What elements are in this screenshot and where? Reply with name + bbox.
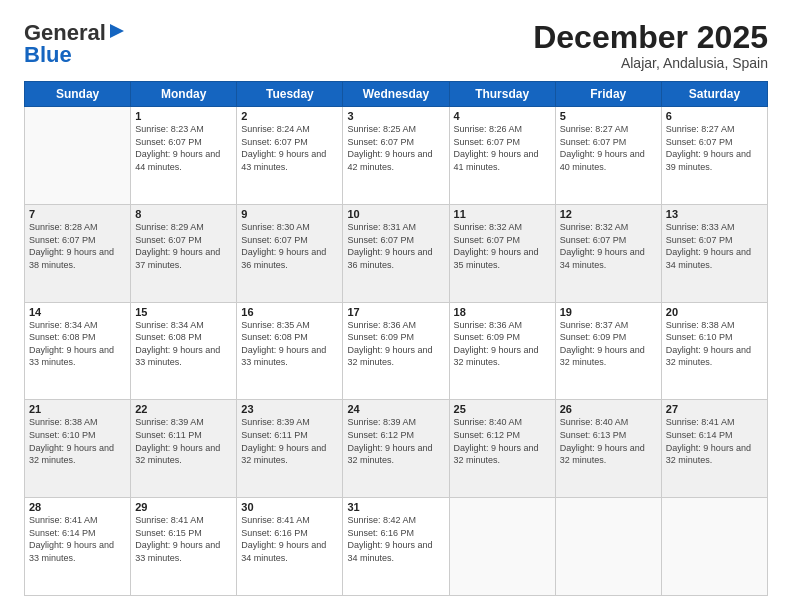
day-number: 6 <box>666 110 763 122</box>
weekday-header-friday: Friday <box>555 82 661 107</box>
calendar-cell-4-5: 25Sunrise: 8:40 AMSunset: 6:12 PMDayligh… <box>449 400 555 498</box>
calendar-cell-2-2: 8Sunrise: 8:29 AMSunset: 6:07 PMDaylight… <box>131 204 237 302</box>
day-info: Sunrise: 8:41 AMSunset: 6:15 PMDaylight:… <box>135 514 232 564</box>
logo-icon <box>108 22 126 40</box>
day-number: 4 <box>454 110 551 122</box>
day-info: Sunrise: 8:38 AMSunset: 6:10 PMDaylight:… <box>666 319 763 369</box>
day-number: 2 <box>241 110 338 122</box>
calendar-cell-3-2: 15Sunrise: 8:34 AMSunset: 6:08 PMDayligh… <box>131 302 237 400</box>
weekday-header-sunday: Sunday <box>25 82 131 107</box>
calendar-cell-2-5: 11Sunrise: 8:32 AMSunset: 6:07 PMDayligh… <box>449 204 555 302</box>
day-number: 24 <box>347 403 444 415</box>
day-info: Sunrise: 8:23 AMSunset: 6:07 PMDaylight:… <box>135 123 232 173</box>
logo-blue: Blue <box>24 42 72 68</box>
calendar-cell-1-5: 4Sunrise: 8:26 AMSunset: 6:07 PMDaylight… <box>449 107 555 205</box>
calendar-cell-2-1: 7Sunrise: 8:28 AMSunset: 6:07 PMDaylight… <box>25 204 131 302</box>
day-number: 31 <box>347 501 444 513</box>
week-row-4: 21Sunrise: 8:38 AMSunset: 6:10 PMDayligh… <box>25 400 768 498</box>
day-number: 20 <box>666 306 763 318</box>
day-info: Sunrise: 8:33 AMSunset: 6:07 PMDaylight:… <box>666 221 763 271</box>
day-info: Sunrise: 8:41 AMSunset: 6:16 PMDaylight:… <box>241 514 338 564</box>
day-number: 10 <box>347 208 444 220</box>
week-row-3: 14Sunrise: 8:34 AMSunset: 6:08 PMDayligh… <box>25 302 768 400</box>
day-info: Sunrise: 8:38 AMSunset: 6:10 PMDaylight:… <box>29 416 126 466</box>
calendar-cell-3-6: 19Sunrise: 8:37 AMSunset: 6:09 PMDayligh… <box>555 302 661 400</box>
day-info: Sunrise: 8:32 AMSunset: 6:07 PMDaylight:… <box>454 221 551 271</box>
day-number: 12 <box>560 208 657 220</box>
day-info: Sunrise: 8:39 AMSunset: 6:11 PMDaylight:… <box>135 416 232 466</box>
calendar-cell-1-4: 3Sunrise: 8:25 AMSunset: 6:07 PMDaylight… <box>343 107 449 205</box>
weekday-header-wednesday: Wednesday <box>343 82 449 107</box>
day-info: Sunrise: 8:36 AMSunset: 6:09 PMDaylight:… <box>347 319 444 369</box>
day-info: Sunrise: 8:26 AMSunset: 6:07 PMDaylight:… <box>454 123 551 173</box>
day-number: 26 <box>560 403 657 415</box>
day-number: 22 <box>135 403 232 415</box>
calendar-cell-5-3: 30Sunrise: 8:41 AMSunset: 6:16 PMDayligh… <box>237 498 343 596</box>
day-number: 27 <box>666 403 763 415</box>
day-info: Sunrise: 8:39 AMSunset: 6:11 PMDaylight:… <box>241 416 338 466</box>
day-number: 28 <box>29 501 126 513</box>
calendar-cell-1-6: 5Sunrise: 8:27 AMSunset: 6:07 PMDaylight… <box>555 107 661 205</box>
day-info: Sunrise: 8:40 AMSunset: 6:13 PMDaylight:… <box>560 416 657 466</box>
day-number: 16 <box>241 306 338 318</box>
weekday-header-monday: Monday <box>131 82 237 107</box>
day-info: Sunrise: 8:29 AMSunset: 6:07 PMDaylight:… <box>135 221 232 271</box>
day-info: Sunrise: 8:32 AMSunset: 6:07 PMDaylight:… <box>560 221 657 271</box>
day-number: 15 <box>135 306 232 318</box>
day-number: 7 <box>29 208 126 220</box>
calendar-cell-5-1: 28Sunrise: 8:41 AMSunset: 6:14 PMDayligh… <box>25 498 131 596</box>
day-info: Sunrise: 8:42 AMSunset: 6:16 PMDaylight:… <box>347 514 444 564</box>
week-row-2: 7Sunrise: 8:28 AMSunset: 6:07 PMDaylight… <box>25 204 768 302</box>
calendar-cell-3-4: 17Sunrise: 8:36 AMSunset: 6:09 PMDayligh… <box>343 302 449 400</box>
day-number: 30 <box>241 501 338 513</box>
logo: General Blue <box>24 20 126 68</box>
calendar-cell-5-6 <box>555 498 661 596</box>
weekday-header-thursday: Thursday <box>449 82 555 107</box>
week-row-5: 28Sunrise: 8:41 AMSunset: 6:14 PMDayligh… <box>25 498 768 596</box>
calendar-cell-5-2: 29Sunrise: 8:41 AMSunset: 6:15 PMDayligh… <box>131 498 237 596</box>
day-number: 23 <box>241 403 338 415</box>
calendar-table: SundayMondayTuesdayWednesdayThursdayFrid… <box>24 81 768 596</box>
weekday-header-tuesday: Tuesday <box>237 82 343 107</box>
day-number: 18 <box>454 306 551 318</box>
svg-marker-0 <box>110 24 124 38</box>
day-number: 17 <box>347 306 444 318</box>
day-number: 29 <box>135 501 232 513</box>
day-info: Sunrise: 8:25 AMSunset: 6:07 PMDaylight:… <box>347 123 444 173</box>
day-number: 14 <box>29 306 126 318</box>
calendar-cell-4-7: 27Sunrise: 8:41 AMSunset: 6:14 PMDayligh… <box>661 400 767 498</box>
header: General Blue December 2025 Alajar, Andal… <box>24 20 768 71</box>
day-info: Sunrise: 8:34 AMSunset: 6:08 PMDaylight:… <box>135 319 232 369</box>
day-number: 19 <box>560 306 657 318</box>
weekday-header-saturday: Saturday <box>661 82 767 107</box>
day-number: 8 <box>135 208 232 220</box>
day-info: Sunrise: 8:30 AMSunset: 6:07 PMDaylight:… <box>241 221 338 271</box>
day-info: Sunrise: 8:41 AMSunset: 6:14 PMDaylight:… <box>29 514 126 564</box>
calendar-cell-1-3: 2Sunrise: 8:24 AMSunset: 6:07 PMDaylight… <box>237 107 343 205</box>
day-info: Sunrise: 8:40 AMSunset: 6:12 PMDaylight:… <box>454 416 551 466</box>
calendar-cell-1-2: 1Sunrise: 8:23 AMSunset: 6:07 PMDaylight… <box>131 107 237 205</box>
day-info: Sunrise: 8:27 AMSunset: 6:07 PMDaylight:… <box>666 123 763 173</box>
day-info: Sunrise: 8:27 AMSunset: 6:07 PMDaylight:… <box>560 123 657 173</box>
calendar-cell-3-3: 16Sunrise: 8:35 AMSunset: 6:08 PMDayligh… <box>237 302 343 400</box>
calendar-cell-2-4: 10Sunrise: 8:31 AMSunset: 6:07 PMDayligh… <box>343 204 449 302</box>
day-number: 1 <box>135 110 232 122</box>
calendar-cell-4-4: 24Sunrise: 8:39 AMSunset: 6:12 PMDayligh… <box>343 400 449 498</box>
calendar-cell-5-7 <box>661 498 767 596</box>
location: Alajar, Andalusia, Spain <box>533 55 768 71</box>
day-info: Sunrise: 8:36 AMSunset: 6:09 PMDaylight:… <box>454 319 551 369</box>
day-info: Sunrise: 8:34 AMSunset: 6:08 PMDaylight:… <box>29 319 126 369</box>
day-number: 21 <box>29 403 126 415</box>
calendar-cell-5-5 <box>449 498 555 596</box>
day-number: 11 <box>454 208 551 220</box>
calendar-cell-4-1: 21Sunrise: 8:38 AMSunset: 6:10 PMDayligh… <box>25 400 131 498</box>
day-number: 3 <box>347 110 444 122</box>
calendar-cell-5-4: 31Sunrise: 8:42 AMSunset: 6:16 PMDayligh… <box>343 498 449 596</box>
day-info: Sunrise: 8:39 AMSunset: 6:12 PMDaylight:… <box>347 416 444 466</box>
calendar-cell-2-6: 12Sunrise: 8:32 AMSunset: 6:07 PMDayligh… <box>555 204 661 302</box>
calendar-cell-4-6: 26Sunrise: 8:40 AMSunset: 6:13 PMDayligh… <box>555 400 661 498</box>
calendar-cell-3-5: 18Sunrise: 8:36 AMSunset: 6:09 PMDayligh… <box>449 302 555 400</box>
calendar-cell-4-2: 22Sunrise: 8:39 AMSunset: 6:11 PMDayligh… <box>131 400 237 498</box>
week-row-1: 1Sunrise: 8:23 AMSunset: 6:07 PMDaylight… <box>25 107 768 205</box>
day-info: Sunrise: 8:35 AMSunset: 6:08 PMDaylight:… <box>241 319 338 369</box>
